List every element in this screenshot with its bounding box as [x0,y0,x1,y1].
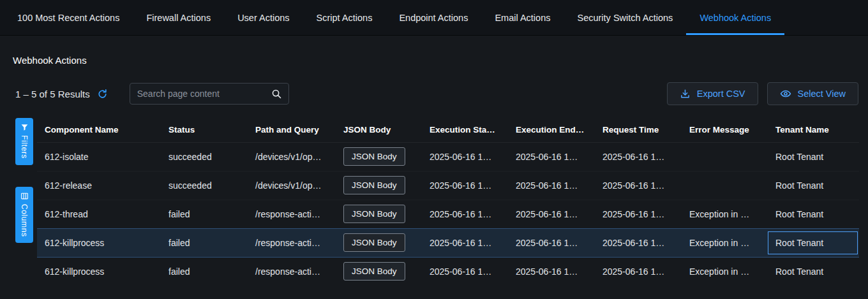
filters-button[interactable]: Filters [15,118,33,165]
table-row[interactable]: 612-release succeeded /devices/v1/op… JS… [37,171,859,200]
cell-tenant-name: Root Tenant [768,257,859,286]
cell-execution-end: 2025-06-16 1… [508,200,595,228]
cell-tenant-name: Root Tenant [768,171,859,200]
results-count: 1 – 5 of 5 Results [15,89,90,99]
json-body-button[interactable]: JSON Body [343,147,405,166]
table-row[interactable]: 612-isolate succeeded /devices/v1/op… JS… [37,142,859,171]
header-execution-end[interactable]: Execution End… [508,118,595,142]
columns-icon [20,192,29,200]
toolbar: 1 – 5 of 5 Results [15,82,858,105]
cell-status: failed [161,200,248,228]
cell-component-name: 612-release [37,171,161,200]
cell-path-and-query: /devices/v1/op… [248,142,336,171]
cell-status: succeeded [161,142,248,171]
eye-icon [780,88,791,99]
header-request-time[interactable]: Request Time [595,118,682,142]
cell-json-body: JSON Body [336,257,422,286]
cell-tenant-name-focused[interactable]: Root Tenant [768,228,859,257]
select-view-label: Select View [798,89,846,99]
page-title: Webhook Actions [13,55,868,66]
tab-100-most-recent-actions[interactable]: 100 Most Recent Actions [4,0,133,35]
cell-execution-start: 2025-06-16 1… [422,257,508,286]
tab-endpoint-actions[interactable]: Endpoint Actions [385,0,481,35]
tab-email-actions[interactable]: Email Actions [481,0,564,35]
columns-button[interactable]: Columns [15,187,33,244]
search-icon [271,89,282,99]
cell-execution-start: 2025-06-16 1… [422,200,508,228]
select-view-button[interactable]: Select View [767,82,859,105]
cell-error-message: Exception in … [682,257,768,286]
export-csv-button[interactable]: Export CSV [667,82,758,105]
cell-component-name: 612-killprocess [37,228,161,257]
tab-security-switch-actions[interactable]: Security Switch Actions [564,0,686,35]
cell-request-time: 2025-06-16 1… [595,228,682,257]
cell-status: failed [161,228,248,257]
table-row[interactable]: 612-thread failed /response-acti… JSON B… [37,200,859,228]
cell-path-and-query: /response-acti… [248,200,336,228]
table-row-selected[interactable]: 612-killprocess failed /response-acti… J… [37,228,859,257]
main-content: Filters Columns Component Name [0,118,868,286]
table-header-row: Component Name Status Path and Query JSO… [37,118,859,142]
cell-request-time: 2025-06-16 1… [595,142,682,171]
side-rail: Filters Columns [0,118,37,286]
tab-script-actions[interactable]: Script Actions [303,0,386,35]
actions-table: Component Name Status Path and Query JSO… [37,118,859,286]
cell-error-message [682,142,768,171]
filter-icon [20,123,29,131]
table-row[interactable]: 612-killprocess failed /response-acti… J… [37,257,859,286]
cell-path-and-query: /devices/v1/op… [248,171,336,200]
cell-execution-end: 2025-06-16 1… [508,257,595,286]
export-csv-label: Export CSV [697,89,745,99]
cell-execution-end: 2025-06-16 1… [508,142,595,171]
json-body-button[interactable]: JSON Body [343,262,405,281]
cell-error-message: Exception in … [682,228,768,257]
cell-execution-start: 2025-06-16 1… [422,142,508,171]
json-body-button[interactable]: JSON Body [343,176,405,194]
filters-label: Filters [20,135,29,159]
tab-webhook-actions[interactable]: Webhook Actions [686,0,784,35]
cell-status: succeeded [161,171,248,200]
cell-tenant-name: Root Tenant [768,142,859,171]
cell-status: failed [161,257,248,286]
cell-execution-start: 2025-06-16 1… [422,171,508,200]
cell-json-body: JSON Body [336,142,422,171]
cell-component-name: 612-isolate [37,142,161,171]
tab-user-actions[interactable]: User Actions [224,0,303,35]
cell-execution-start: 2025-06-16 1… [422,228,508,257]
cell-component-name: 612-killprocess [37,257,161,286]
actions-table-wrap: Component Name Status Path and Query JSO… [37,118,859,286]
cell-json-body: JSON Body [336,171,422,200]
cell-tenant-name: Root Tenant [768,200,859,228]
tab-firewall-actions[interactable]: Firewall Actions [133,0,224,35]
cell-request-time: 2025-06-16 1… [595,200,682,228]
cell-error-message: Exception in … [682,200,768,228]
search-button[interactable] [269,89,288,99]
header-component-name[interactable]: Component Name [37,118,161,142]
top-tab-bar: 100 Most Recent Actions Firewall Actions… [0,0,868,36]
header-execution-start[interactable]: Execution Sta… [422,118,508,142]
columns-label: Columns [20,204,29,237]
cell-path-and-query: /response-acti… [248,257,336,286]
refresh-button[interactable] [97,89,108,99]
header-error-message[interactable]: Error Message [682,118,768,142]
search-box [130,83,289,105]
header-status[interactable]: Status [161,118,248,142]
refresh-icon [97,89,108,99]
cell-json-body: JSON Body [336,200,422,228]
header-path-and-query[interactable]: Path and Query [248,118,336,142]
cell-error-message [682,171,768,200]
cell-request-time: 2025-06-16 1… [595,171,682,200]
cell-path-and-query: /response-acti… [248,228,336,257]
header-tenant-name[interactable]: Tenant Name [768,118,859,142]
json-body-button[interactable]: JSON Body [343,233,405,252]
cell-execution-end: 2025-06-16 1… [508,228,595,257]
header-json-body[interactable]: JSON Body [336,118,422,142]
search-input[interactable] [130,89,269,99]
json-body-button[interactable]: JSON Body [343,205,405,223]
cell-request-time: 2025-06-16 1… [595,257,682,286]
cell-component-name: 612-thread [37,200,161,228]
cell-json-body: JSON Body [336,228,422,257]
cell-execution-end: 2025-06-16 1… [508,171,595,200]
toolbar-actions: Export CSV Select View [667,82,858,105]
download-icon [680,89,691,99]
